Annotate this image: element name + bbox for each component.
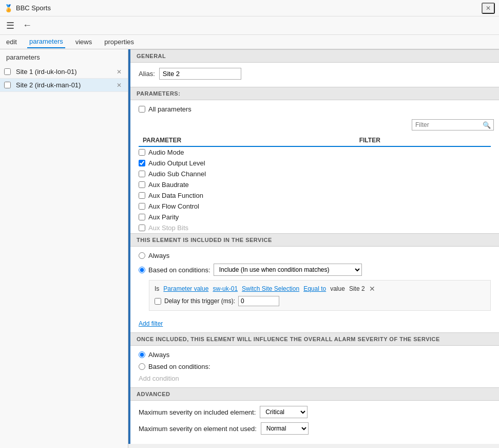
hamburger-button[interactable]: ☰	[4, 19, 16, 32]
delay-row: Delay for this trigger (ms):	[155, 296, 485, 306]
max-severity-not-used-select[interactable]: Normal Warning Minor Major Critical	[261, 422, 309, 435]
general-section-body: Alias:	[130, 63, 499, 87]
value-label: value	[330, 285, 345, 292]
title-bar-close-button[interactable]: ✕	[482, 3, 495, 14]
inclusion-section-header: THIS ELEMENT IS INCLUDED IN THE SERVICE	[130, 233, 499, 247]
delay-input[interactable]	[238, 296, 279, 306]
title-bar: 🏅 BBC Sports ✕	[0, 0, 499, 16]
alarm-always-label: Always	[148, 351, 169, 359]
delay-checkbox[interactable]	[155, 298, 161, 305]
delay-label: Delay for this trigger (ms):	[164, 297, 235, 305]
equal-to-link[interactable]: Equal to	[303, 285, 326, 292]
parameters-section-header: PARAMETERS:	[130, 87, 499, 100]
add-filter-link[interactable]: Add filter	[139, 320, 163, 327]
sidebar-item-site2[interactable]: Site 2 (ird-uk-man-01) ✕	[0, 79, 128, 92]
back-button[interactable]: ←	[21, 19, 34, 32]
alias-row: Alias:	[139, 68, 491, 80]
param-label-audio-mode: Audio Mode	[148, 148, 184, 156]
parameters-section-body: All parameters 🔍 PARAMETER FILTER	[130, 100, 499, 233]
site1-close-icon[interactable]: ✕	[117, 68, 122, 76]
toolbar: ☰ ←	[0, 16, 499, 35]
condition-dropdown[interactable]: Include (In use when condition matches) …	[214, 264, 362, 276]
menu-item-views[interactable]: views	[73, 36, 94, 48]
all-params-label: All parameters	[148, 105, 191, 113]
always-radio[interactable]	[139, 252, 145, 259]
parameter-table: PARAMETER FILTER	[139, 135, 491, 147]
alarm-section-header: ONCE INCLUDED, THIS ELEMENT WILL INFLUEN…	[130, 332, 499, 346]
param-label-aux-parity: Aux Parity	[148, 213, 179, 221]
param-checkbox-aux-data-function[interactable]	[139, 192, 145, 199]
site2-label: Site 2 (ird-uk-man-01)	[16, 81, 113, 89]
param-label-aux-baudrate: Aux Baudrate	[148, 181, 189, 189]
content-wrapper: GENERAL Alias: PARAMETERS: All parameter…	[128, 49, 499, 444]
sidebar-title: parameters	[0, 49, 128, 65]
parameter-list: Audio Mode Audio Output Level Audio Sub …	[139, 147, 491, 233]
sw-uk-01-link[interactable]: sw-uk-01	[213, 285, 238, 292]
param-checkbox-aux-baudrate[interactable]	[139, 181, 145, 188]
param-checkbox-aux-flow-control[interactable]	[139, 203, 145, 210]
max-severity-not-used-row: Maximum severity on element not used: No…	[139, 422, 491, 435]
advanced-section-body: Maximum severity on included element: Cr…	[130, 401, 499, 444]
app-logo: 🏅	[4, 4, 13, 12]
content-area: GENERAL Alias: PARAMETERS: All parameter…	[128, 49, 499, 448]
param-label-aux-stop-bits: Aux Stop Bits	[148, 224, 188, 232]
always-radio-row: Always	[139, 252, 491, 259]
sidebar-item-site1[interactable]: Site 1 (ird-uk-lon-01) ✕	[0, 65, 128, 79]
param-checkbox-audio-mode[interactable]	[139, 149, 145, 156]
filter-col-header: FILTER	[355, 135, 491, 146]
menu-item-edit[interactable]: edit	[4, 36, 19, 48]
param-row-audio-mode: Audio Mode	[139, 147, 491, 158]
menu-bar: edit parameters views properties	[0, 35, 499, 49]
max-severity-not-used-label: Maximum severity on element not used:	[139, 425, 257, 433]
alarm-always-radio[interactable]	[139, 351, 145, 358]
param-checkbox-audio-output-level[interactable]	[139, 160, 145, 166]
parameters-section: PARAMETERS: All parameters 🔍 PARAMETER	[130, 87, 499, 233]
filter-search-icon: 🔍	[483, 121, 491, 129]
alarm-based-on-radio[interactable]	[139, 363, 145, 370]
param-col-header: PARAMETER	[139, 135, 355, 146]
param-checkbox-aux-stop-bits[interactable]	[139, 225, 145, 231]
always-label: Always	[148, 252, 169, 259]
is-label: Is	[155, 285, 159, 292]
param-row-audio-output-level: Audio Output Level	[139, 158, 491, 169]
filter-row: 🔍	[139, 117, 491, 133]
switch-site-link[interactable]: Switch Site Selection	[242, 285, 299, 292]
site1-checkbox[interactable]	[4, 68, 11, 75]
alarm-based-on-row: Based on conditions:	[139, 363, 491, 370]
max-severity-included-select[interactable]: Critical Major Minor Warning Normal	[260, 406, 308, 418]
filter-input[interactable]	[412, 119, 494, 130]
site2-close-icon[interactable]: ✕	[117, 82, 122, 89]
menu-item-properties[interactable]: properties	[102, 36, 136, 48]
site2-checkbox[interactable]	[4, 82, 11, 88]
param-row-aux-data-function: Aux Data Function	[139, 190, 491, 201]
max-severity-included-row: Maximum severity on included element: Cr…	[139, 406, 491, 418]
based-on-radio[interactable]	[139, 267, 145, 273]
inclusion-section: THIS ELEMENT IS INCLUDED IN THE SERVICE …	[130, 233, 499, 332]
advanced-section: ADVANCED Maximum severity on included el…	[130, 387, 499, 444]
general-section: GENERAL Alias:	[130, 49, 499, 87]
param-label-aux-data-function: Aux Data Function	[148, 192, 203, 199]
alarm-section: ONCE INCLUDED, THIS ELEMENT WILL INFLUEN…	[130, 332, 499, 387]
max-severity-included-label: Maximum severity on included element:	[139, 408, 256, 416]
add-condition-link[interactable]: Add condition	[139, 375, 179, 382]
alias-input[interactable]	[159, 68, 241, 80]
alarm-always-row: Always	[139, 351, 491, 359]
param-row-aux-baudrate: Aux Baudrate	[139, 179, 491, 190]
alias-label: Alias:	[139, 70, 155, 78]
menu-item-parameters[interactable]: parameters	[27, 35, 65, 48]
param-row-aux-flow-control: Aux Flow Control	[139, 201, 491, 212]
based-on-label: Based on conditions:	[148, 266, 210, 274]
alarm-section-body: Always Based on conditions: Add conditio…	[130, 346, 499, 387]
site1-label: Site 1 (ird-uk-lon-01)	[16, 68, 113, 76]
param-label-audio-output-level: Audio Output Level	[148, 159, 205, 167]
remove-filter-button[interactable]: ✕	[369, 285, 375, 293]
param-checkbox-audio-sub-channel[interactable]	[139, 171, 145, 177]
general-section-header: GENERAL	[130, 49, 499, 63]
param-value-link[interactable]: Parameter value	[163, 285, 208, 292]
advanced-section-header: ADVANCED	[130, 387, 499, 401]
condition-details: Is Parameter value sw-uk-01 Switch Site …	[149, 280, 491, 311]
param-row-audio-sub-channel: Audio Sub Channel	[139, 169, 491, 179]
title-bar-title: BBC Sports	[16, 4, 482, 12]
all-params-checkbox[interactable]	[139, 106, 145, 113]
param-checkbox-aux-parity[interactable]	[139, 214, 145, 220]
